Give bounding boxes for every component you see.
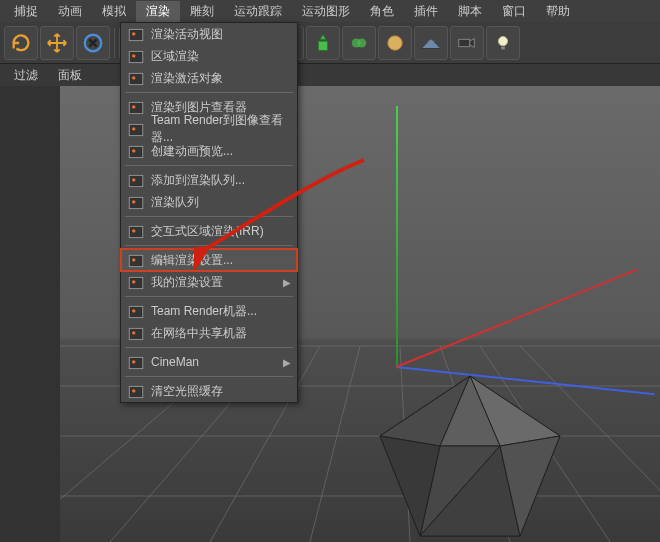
svg-rect-43 — [129, 146, 143, 157]
menu-item-9[interactable]: 渲染队列 — [121, 191, 297, 213]
menu-help[interactable]: 帮助 — [536, 1, 580, 22]
svg-rect-59 — [129, 357, 143, 368]
menu-item-16[interactable]: Team Render机器... — [121, 300, 297, 322]
menu-character[interactable]: 角色 — [360, 1, 404, 22]
menu-item-label: 渲染队列 — [151, 194, 199, 211]
svg-point-60 — [132, 360, 135, 363]
anim-preview-icon — [127, 143, 145, 159]
menu-sculpt[interactable]: 雕刻 — [180, 1, 224, 22]
queue-add-icon — [127, 172, 145, 188]
settings-icon — [127, 252, 145, 268]
menu-script[interactable]: 脚本 — [448, 1, 492, 22]
render-icon — [127, 26, 145, 42]
menu-motion-tracking[interactable]: 运动跟踪 — [224, 1, 292, 22]
menu-render[interactable]: 渲染 — [136, 1, 180, 22]
menu-item-17[interactable]: 在网络中共享机器 — [121, 322, 297, 344]
svg-rect-49 — [129, 226, 143, 237]
submenu-arrow-icon: ▶ — [283, 357, 291, 368]
tab-panel[interactable]: 面板 — [48, 65, 92, 86]
svg-rect-51 — [129, 255, 143, 266]
menu-item-5[interactable]: Team Render到图像查看器... — [121, 118, 297, 140]
menu-separator — [125, 376, 293, 377]
svg-point-38 — [132, 76, 135, 79]
svg-point-34 — [132, 32, 135, 35]
light-button[interactable] — [486, 26, 520, 60]
menu-item-label: 渲染激活对象 — [151, 70, 223, 87]
menu-item-1[interactable]: 区域渲染 — [121, 45, 297, 67]
generator-button[interactable] — [306, 26, 340, 60]
environment-button[interactable] — [378, 26, 412, 60]
team-render-icon — [127, 121, 145, 137]
share-icon — [127, 325, 145, 341]
menu-mograph[interactable]: 运动图形 — [292, 1, 360, 22]
svg-point-50 — [132, 229, 135, 232]
menu-item-label: 在网络中共享机器 — [151, 325, 247, 342]
menu-separator — [125, 165, 293, 166]
menu-window[interactable]: 窗口 — [492, 1, 536, 22]
menu-separator — [125, 245, 293, 246]
menu-separator — [125, 296, 293, 297]
tab-filter[interactable]: 过滤 — [4, 65, 48, 86]
floor-button[interactable] — [414, 26, 448, 60]
icosahedron-object[interactable] — [360, 366, 580, 542]
menu-animation[interactable]: 动画 — [48, 1, 92, 22]
menu-item-13[interactable]: 编辑渲染设置... — [121, 249, 297, 271]
svg-point-46 — [132, 178, 135, 181]
region-icon — [127, 48, 145, 64]
menu-item-0[interactable]: 渲染活动视图 — [121, 23, 297, 45]
menu-item-label: 我的渲染设置 — [151, 274, 223, 291]
render-menu-dropdown: 渲染活动视图区域渲染渲染激活对象渲染到图片查看器Team Render到图像查看… — [120, 22, 298, 403]
menubar: 捕捉 动画 模拟 渲染 雕刻 运动跟踪 运动图形 角色 插件 脚本 窗口 帮助 — [0, 0, 660, 22]
svg-rect-55 — [129, 306, 143, 317]
menu-item-6[interactable]: 创建动画预览... — [121, 140, 297, 162]
menu-capture[interactable]: 捕捉 — [4, 1, 48, 22]
x-tool-button[interactable] — [76, 26, 110, 60]
svg-point-48 — [132, 200, 135, 203]
menu-plugins[interactable]: 插件 — [404, 1, 448, 22]
svg-rect-39 — [129, 102, 143, 113]
svg-rect-57 — [129, 328, 143, 339]
svg-rect-47 — [129, 197, 143, 208]
undo-button[interactable] — [4, 26, 38, 60]
svg-point-56 — [132, 309, 135, 312]
render-obj-icon — [127, 70, 145, 86]
axis-y — [396, 106, 398, 366]
submenu-arrow-icon: ▶ — [283, 277, 291, 288]
menu-item-label: 创建动画预览... — [151, 143, 233, 160]
menu-item-label: 交互式区域渲染(IRR) — [151, 223, 264, 240]
irr-icon — [127, 223, 145, 239]
menu-separator — [125, 216, 293, 217]
menu-item-21[interactable]: 清空光照缓存 — [121, 380, 297, 402]
svg-point-11 — [498, 36, 507, 45]
menu-item-label: 清空光照缓存 — [151, 383, 223, 400]
menu-separator — [125, 347, 293, 348]
move-button[interactable] — [40, 26, 74, 60]
svg-point-52 — [132, 258, 135, 261]
camera-button[interactable] — [450, 26, 484, 60]
svg-rect-37 — [129, 73, 143, 84]
deformer-button[interactable] — [342, 26, 376, 60]
cineman-icon — [127, 354, 145, 370]
svg-point-36 — [132, 54, 135, 57]
svg-rect-35 — [129, 51, 143, 62]
svg-point-58 — [132, 331, 135, 334]
svg-point-9 — [388, 35, 403, 50]
svg-point-40 — [132, 105, 135, 108]
panel-tabs: 过滤 面板 — [0, 64, 660, 86]
menu-item-2[interactable]: 渲染激活对象 — [121, 67, 297, 89]
my-settings-icon — [127, 274, 145, 290]
menu-item-14[interactable]: 我的渲染设置▶ — [121, 271, 297, 293]
menu-item-8[interactable]: 添加到渲染队列... — [121, 169, 297, 191]
svg-rect-53 — [129, 277, 143, 288]
picture-viewer-icon — [127, 99, 145, 115]
svg-point-8 — [357, 38, 366, 47]
svg-rect-61 — [129, 386, 143, 397]
svg-rect-45 — [129, 175, 143, 186]
menu-item-label: 区域渲染 — [151, 48, 199, 65]
svg-point-42 — [132, 127, 135, 130]
menu-item-19[interactable]: CineMan▶ — [121, 351, 297, 373]
menu-item-11[interactable]: 交互式区域渲染(IRR) — [121, 220, 297, 242]
menu-simulate[interactable]: 模拟 — [92, 1, 136, 22]
main-toolbar — [0, 22, 660, 64]
clear-cache-icon — [127, 383, 145, 399]
